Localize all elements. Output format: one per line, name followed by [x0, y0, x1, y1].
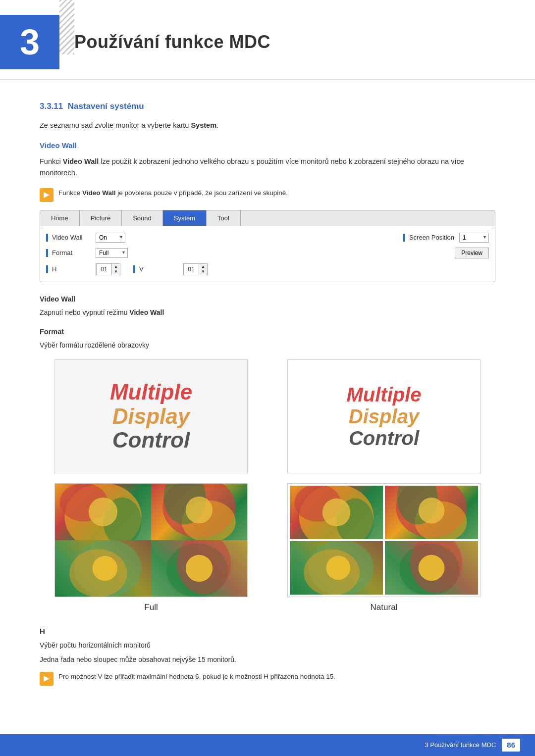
h-section: H Výběr počtu horizontálních monitorů Je…	[40, 626, 495, 665]
svg-point-31	[419, 555, 445, 581]
ui-select-format[interactable]: Full Natural	[96, 248, 128, 258]
ui-spinner-v[interactable]: 01 ▲ ▼	[183, 263, 208, 275]
desc-title-format: Format	[40, 327, 495, 338]
ui-panel-body: Video Wall On Off Screen Position 1	[40, 226, 495, 282]
svg-point-19	[322, 499, 350, 526]
svg-point-15	[186, 555, 213, 582]
footer-page: 86	[502, 739, 520, 752]
note2-box: Pro možnost V lze přiřadit maximální hod…	[40, 672, 495, 686]
desc-text-videowall: Zapnutí nebo vypnutí režimu Video Wall	[40, 307, 495, 318]
ui-select-wrap-screenpos[interactable]: 1 2	[459, 233, 489, 243]
ui-spinner-h-down[interactable]: ▼	[112, 269, 120, 274]
desc-block-videowall: Video Wall Zapnutí nebo vypnutí režimu V…	[40, 294, 495, 318]
format-label-natural: Natural	[371, 601, 398, 614]
h-title: H	[40, 626, 495, 637]
svg-point-23	[419, 498, 445, 524]
desc-block-format: Format Výběr formátu rozdělené obrazovky	[40, 327, 495, 351]
ui-label-format: Format	[46, 248, 91, 258]
ui-label-videowall: Video Wall	[46, 233, 91, 243]
h-desc2: Jedna řada nebo sloupec může obsahovat n…	[40, 654, 495, 665]
chapter-title: Používání funkce MDC	[74, 29, 270, 55]
format-grid: Multiple Display Control Multiple Displa…	[40, 359, 495, 614]
photo-cell-2	[151, 484, 247, 540]
videowall-heading: Video Wall	[40, 140, 495, 151]
photo-grid-natural	[288, 484, 480, 597]
chapter-header: 3 Používání funkce MDC	[0, 0, 535, 80]
format-item-full-photo: Full	[40, 483, 263, 614]
photo-cell-n1	[290, 486, 383, 539]
preview-button[interactable]: Preview	[455, 248, 489, 258]
svg-point-3	[89, 498, 117, 526]
content-area: 3.3.11 Nastavení systému Ze seznamu sad …	[0, 80, 535, 723]
tab-tool[interactable]: Tool	[207, 210, 241, 226]
ui-spinner-h-val: 01	[96, 264, 112, 275]
ui-bar-screenpos	[403, 234, 405, 242]
ui-select-wrap-format[interactable]: Full Natural	[96, 248, 128, 258]
ui-select-videowall[interactable]: On Off	[96, 233, 125, 243]
ui-spinner-v-val: 01	[183, 264, 199, 275]
photo-cell-4	[151, 540, 247, 597]
format-item-natural-photo: Natural	[272, 483, 495, 614]
photo-cell-n4	[385, 541, 478, 595]
section-intro: Ze seznamu sad zvolte monitor a vyberte …	[40, 120, 495, 131]
ui-bar-v	[133, 265, 135, 273]
photo-grid-full	[55, 484, 247, 597]
desc-title-videowall: Video Wall	[40, 294, 495, 305]
ui-panel: Home Picture Sound System Tool Video Wal…	[40, 210, 495, 283]
note1-box: Funkce Video Wall je povolena pouze v př…	[40, 188, 495, 202]
ui-label-v: V	[133, 264, 178, 274]
ui-label-h: H	[46, 264, 91, 274]
tab-picture[interactable]: Picture	[80, 210, 122, 226]
svg-point-27	[326, 556, 350, 580]
ui-spinner-h-up[interactable]: ▲	[112, 264, 120, 269]
ui-spinner-v-down[interactable]: ▼	[199, 269, 207, 274]
note1-text: Funkce Video Wall je povolena pouze v př…	[58, 188, 288, 198]
format-image-natural-photo	[287, 483, 481, 597]
format-item-full-text: Multiple Display Control	[40, 359, 263, 473]
footer-text: 3 Používání funkce MDC	[425, 740, 496, 750]
ui-bar-videowall	[46, 234, 48, 242]
ui-bar-h	[46, 265, 48, 273]
format-label-full: Full	[144, 601, 158, 614]
mdc-art-natural: Multiple Display Control	[302, 384, 466, 449]
tab-home[interactable]: Home	[40, 210, 80, 226]
svg-point-7	[186, 497, 213, 523]
format-item-natural-text: Multiple Display Control	[272, 359, 495, 473]
svg-point-11	[93, 556, 117, 581]
ui-row-format: Format Full Natural Preview	[46, 245, 489, 261]
photo-cell-1	[55, 484, 151, 540]
photo-cell-n2	[385, 486, 478, 539]
page-footer: 3 Používání funkce MDC 86	[0, 734, 535, 756]
tab-system[interactable]: System	[163, 210, 207, 226]
h-desc1: Výběr počtu horizontálních monitorů	[40, 640, 495, 651]
note1-icon	[40, 188, 54, 202]
videowall-desc: Funkci Video Wall lze použít k zobrazení…	[40, 156, 495, 179]
ui-bar-format	[46, 249, 48, 257]
ui-spinner-h-arrows[interactable]: ▲ ▼	[112, 264, 120, 274]
stripe-decoration	[59, 0, 74, 54]
ui-spinner-v-up[interactable]: ▲	[199, 264, 207, 269]
mdc-art-full: Multiple Display Control	[110, 381, 192, 453]
format-image-full-photo	[54, 483, 248, 597]
tab-sound[interactable]: Sound	[122, 210, 163, 226]
ui-row-videowall: Video Wall On Off Screen Position 1	[46, 230, 489, 245]
ui-panel-tabs: Home Picture Sound System Tool	[40, 210, 495, 227]
photo-cell-3	[55, 540, 151, 597]
ui-spinner-h[interactable]: 01 ▲ ▼	[96, 263, 120, 275]
photo-cell-n3	[290, 541, 383, 595]
format-image-natural-text: Multiple Display Control	[287, 359, 481, 473]
section-heading: 3.3.11 Nastavení systému	[40, 100, 495, 113]
format-image-full-text: Multiple Display Control	[54, 359, 248, 473]
ui-select-screenpos[interactable]: 1 2	[459, 233, 489, 243]
ui-spinner-v-arrows[interactable]: ▲ ▼	[199, 264, 207, 274]
note2-text: Pro možnost V lze přiřadit maximální hod…	[58, 672, 335, 682]
chapter-number: 3	[0, 15, 59, 69]
desc-text-format: Výběr formátu rozdělené obrazovky	[40, 340, 495, 351]
ui-label-screenpos: Screen Position	[403, 233, 454, 243]
ui-row-hv: H 01 ▲ ▼ V 01 ▲ ▼	[46, 261, 489, 278]
ui-select-wrap-videowall[interactable]: On Off	[96, 233, 125, 243]
note2-icon	[40, 672, 54, 686]
